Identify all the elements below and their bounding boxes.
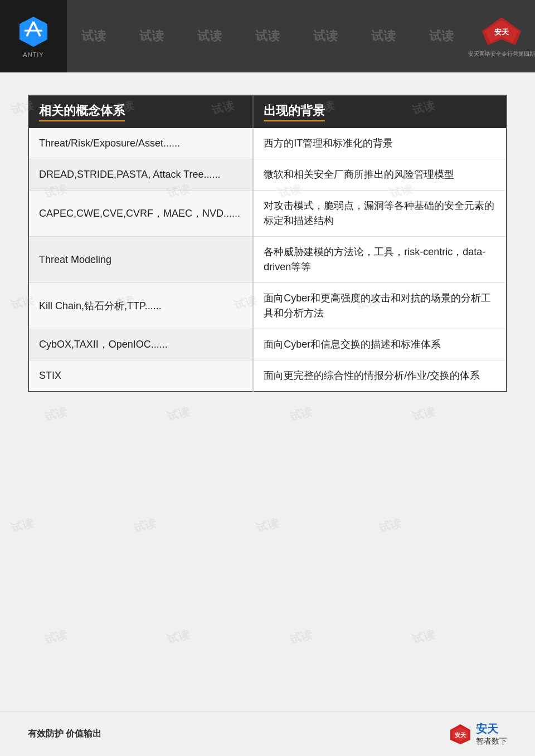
table-row: Threat/Risk/Exposure/Asset......西方的IT管理和…: [28, 128, 507, 159]
footer-left-text: 有效防护 价值输出: [28, 728, 101, 740]
logo-area: ANTIY: [0, 0, 67, 72]
table-row: STIX面向更完整的综合性的情报分析/作业/交换的体系: [28, 360, 507, 392]
body-wm-21: 试读: [377, 515, 403, 535]
wm5: 试读: [313, 28, 338, 45]
footer-slogan: 智者数下: [476, 737, 507, 747]
table-cell-col2-0: 西方的IT管理和标准化的背景: [253, 128, 507, 159]
footer: 有效防护 价值输出 安天 安天 智者数下: [0, 711, 535, 756]
header-watermark-area: 试读 试读 试读 试读 试读 试读 试读: [67, 0, 468, 72]
footer-logo-icon: 安天: [448, 723, 473, 745]
body-wm-25: 试读: [411, 627, 436, 647]
footer-right: 安天 安天 智者数下: [448, 721, 507, 747]
col1-header-text: 相关的概念体系: [39, 103, 125, 121]
col2-header: 出现的背景: [253, 95, 507, 128]
body-wm-18: 试读: [9, 515, 35, 535]
wm7: 试读: [429, 28, 454, 45]
table-cell-col2-1: 微软和相关安全厂商所推出的风险管理模型: [253, 159, 507, 191]
table-body: Threat/Risk/Exposure/Asset......西方的IT管理和…: [28, 128, 507, 392]
table-cell-col1-1: DREAD,STRIDE,PASTA, Attack Tree......: [28, 159, 253, 191]
body-wm-20: 试读: [255, 515, 280, 535]
wm4: 试读: [255, 28, 280, 45]
header-right-logo: 安天 安天网络安全令行营第四期: [468, 0, 535, 72]
wm2: 试读: [139, 28, 164, 45]
concept-table: 相关的概念体系 出现的背景 Threat/Risk/Exposure/Asset…: [28, 95, 507, 392]
table-cell-col1-4: Kill Chain,钻石分析,TTP......: [28, 283, 253, 329]
logo-icon: [17, 15, 50, 48]
table-row: Threat Modeling各种威胁建模的方法论，工具，risk-centri…: [28, 237, 507, 283]
svg-text:安天: 安天: [494, 28, 509, 36]
right-logo-subtitle: 安天网络安全令行营第四期: [468, 50, 535, 58]
footer-brand: 安天: [476, 721, 498, 737]
table-cell-col2-4: 面向Cyber和更高强度的攻击和对抗的场景的分析工具和分析方法: [253, 283, 507, 329]
svg-text:安天: 安天: [454, 732, 466, 738]
table-row: DREAD,STRIDE,PASTA, Attack Tree......微软和…: [28, 159, 507, 191]
table-cell-col1-3: Threat Modeling: [28, 237, 253, 283]
body-wm-24: 试读: [288, 627, 314, 647]
table-cell-col2-3: 各种威胁建模的方法论，工具，risk-centric，data-driven等等: [253, 237, 507, 283]
table-header-row: 相关的概念体系 出现的背景: [28, 95, 507, 128]
table-cell-col2-6: 面向更完整的综合性的情报分析/作业/交换的体系: [253, 360, 507, 392]
body-wm-19: 试读: [132, 515, 158, 535]
table-row: Kill Chain,钻石分析,TTP......面向Cyber和更高强度的攻击…: [28, 283, 507, 329]
wm3: 试读: [197, 28, 222, 45]
wm6: 试读: [371, 28, 396, 45]
body-wm-22: 试读: [43, 627, 69, 647]
table-cell-col1-2: CAPEC,CWE,CVE,CVRF，MAEC，NVD......: [28, 191, 253, 237]
table-cell-col1-0: Threat/Risk/Exposure/Asset......: [28, 128, 253, 159]
table-row: CybOX,TAXII，OpenIOC......面向Cyber和信息交换的描述…: [28, 329, 507, 360]
wm1: 试读: [81, 28, 106, 45]
table-cell-col2-2: 对攻击模式，脆弱点，漏洞等各种基础的安全元素的标定和描述结构: [253, 191, 507, 237]
main-content: 相关的概念体系 出现的背景 Threat/Risk/Exposure/Asset…: [0, 72, 535, 409]
footer-logo: 安天 安天 智者数下: [448, 721, 507, 747]
svg-marker-0: [20, 17, 47, 47]
logo-text: ANTIY: [23, 51, 43, 58]
table-cell-col1-6: STIX: [28, 360, 253, 392]
body-wm-23: 试读: [166, 627, 191, 647]
header: ANTIY 试读 试读 试读 试读 试读 试读 试读 安天 安天网络安全令行营第…: [0, 0, 535, 72]
table-cell-col1-5: CybOX,TAXII，OpenIOC......: [28, 329, 253, 360]
col2-header-text: 出现的背景: [264, 103, 325, 121]
right-logo-icon: 安天: [476, 14, 527, 48]
col1-header: 相关的概念体系: [28, 95, 253, 128]
table-cell-col2-5: 面向Cyber和信息交换的描述和标准体系: [253, 329, 507, 360]
table-row: CAPEC,CWE,CVE,CVRF，MAEC，NVD......对攻击模式，脆…: [28, 191, 507, 237]
